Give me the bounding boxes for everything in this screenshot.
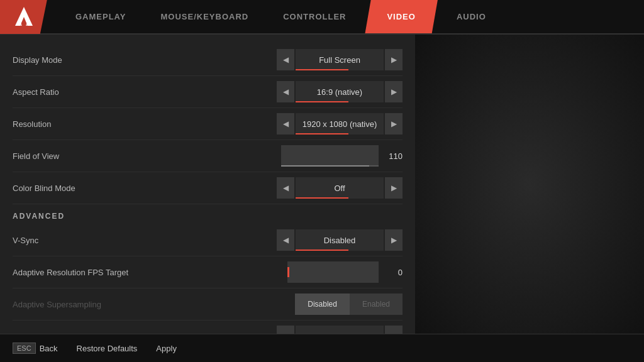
anti-aliasing-next[interactable]: ▶ [385, 326, 402, 334]
color-blind-value: Off [296, 177, 384, 199]
apex-logo-icon [11, 4, 36, 30]
back-label: Back [40, 344, 58, 353]
vsync-value: Disabled [296, 229, 384, 251]
back-button[interactable]: ESC Back [13, 343, 58, 354]
anti-aliasing-value: None [296, 326, 384, 334]
vsync-next[interactable]: ▶ [385, 229, 402, 251]
setting-display-mode: Display Mode ◀ Full Screen ▶ [13, 44, 402, 76]
adaptive-res-label: Adaptive Resolution FPS Target [13, 268, 277, 277]
setting-fov: Field of View 110 [13, 140, 402, 172]
apex-logo [0, 0, 47, 34]
aspect-ratio-next[interactable]: ▶ [385, 81, 402, 102]
adaptive-supersampling-disabled-btn[interactable]: Disabled [295, 293, 350, 315]
vsync-control: ◀ Disabled ▶ [277, 229, 402, 251]
color-blind-next[interactable]: ▶ [385, 177, 402, 199]
vsync-label: V-Sync [13, 236, 277, 245]
adaptive-res-value: 0 [384, 268, 402, 277]
adaptive-supersampling-label: Adaptive Supersampling [13, 300, 277, 309]
aspect-ratio-label: Aspect Ratio [13, 87, 277, 97]
fov-value: 110 [384, 151, 402, 161]
color-blind-control: ◀ Off ▶ [277, 177, 402, 199]
tab-controller[interactable]: CONTROLLER [267, 0, 362, 33]
display-mode-prev[interactable]: ◀ [277, 49, 294, 70]
resolution-prev[interactable]: ◀ [277, 113, 294, 134]
anti-aliasing-control: ◀ None ▶ [277, 326, 402, 334]
color-blind-arrow-control: ◀ Off ▶ [277, 177, 402, 199]
aspect-ratio-prev[interactable]: ◀ [277, 81, 294, 102]
settings-panel: Display Mode ◀ Full Screen ▶ Aspect Rati… [0, 35, 415, 334]
display-mode-label: Display Mode [13, 55, 277, 65]
esc-key: ESC [13, 343, 36, 354]
display-mode-next[interactable]: ▶ [385, 49, 402, 70]
aspect-ratio-control: ◀ 16:9 (native) ▶ [277, 81, 402, 102]
adaptive-supersampling-control: Disabled Enabled [277, 293, 402, 315]
vsync-prev[interactable]: ◀ [277, 229, 294, 251]
setting-aspect-ratio: Aspect Ratio ◀ 16:9 (native) ▶ [13, 76, 402, 108]
display-mode-arrow-control: ◀ Full Screen ▶ [277, 49, 402, 70]
setting-color-blind: Color Blind Mode ◀ Off ▶ [13, 172, 402, 204]
setting-adaptive-res: Adaptive Resolution FPS Target 0 [13, 256, 402, 288]
aspect-ratio-arrow-control: ◀ 16:9 (native) ▶ [277, 81, 402, 102]
fov-slider-track[interactable] [281, 145, 379, 167]
vsync-arrow-control: ◀ Disabled ▶ [277, 229, 402, 251]
main-content: Display Mode ◀ Full Screen ▶ Aspect Rati… [0, 35, 644, 334]
setting-resolution: Resolution ◀ 1920 x 1080 (native) ▶ [13, 108, 402, 140]
tab-audio[interactable]: AUDIO [441, 0, 502, 33]
header: GAMEPLAY MOUSE/KEYBOARD CONTROLLER VIDEO… [0, 0, 644, 35]
resolution-next[interactable]: ▶ [385, 113, 402, 134]
anti-aliasing-prev[interactable]: ◀ [277, 326, 294, 334]
adaptive-res-bar [287, 267, 289, 277]
fov-slider-control: 110 [277, 145, 402, 167]
setting-vsync: V-Sync ◀ Disabled ▶ [13, 224, 402, 256]
resolution-control: ◀ 1920 x 1080 (native) ▶ [277, 113, 402, 134]
display-mode-value: Full Screen [296, 49, 384, 70]
anti-aliasing-arrow-control: ◀ None ▶ [277, 326, 402, 334]
fov-label: Field of View [13, 151, 277, 161]
aspect-ratio-value: 16:9 (native) [296, 81, 384, 102]
resolution-arrow-control: ◀ 1920 x 1080 (native) ▶ [277, 113, 402, 134]
restore-defaults-label: Restore Defaults [77, 344, 138, 353]
color-blind-prev[interactable]: ◀ [277, 177, 294, 199]
tab-video[interactable]: VIDEO [365, 0, 437, 33]
resolution-label: Resolution [13, 119, 277, 129]
apply-label: Apply [156, 344, 177, 353]
anti-aliasing-label: Anti-aliasing [13, 332, 277, 334]
apply-button[interactable]: Apply [156, 344, 177, 353]
right-panel [415, 35, 644, 334]
nav-tabs: GAMEPLAY MOUSE/KEYBOARD CONTROLLER VIDEO… [60, 0, 502, 33]
adaptive-res-slider[interactable] [287, 261, 379, 283]
advanced-section-header: ADVANCED [13, 204, 402, 224]
display-mode-control: ◀ Full Screen ▶ [277, 49, 402, 70]
adaptive-res-control: 0 [277, 261, 402, 283]
setting-adaptive-supersampling: Adaptive Supersampling Disabled Enabled [13, 288, 402, 321]
bottom-bar: ESC Back Restore Defaults Apply [0, 334, 644, 362]
setting-anti-aliasing: Anti-aliasing ◀ None ▶ [13, 321, 402, 334]
color-blind-label: Color Blind Mode [13, 184, 277, 193]
adaptive-supersampling-enabled-btn[interactable]: Enabled [350, 293, 402, 315]
resolution-value: 1920 x 1080 (native) [296, 113, 384, 134]
restore-defaults-button[interactable]: Restore Defaults [77, 344, 138, 353]
tab-gameplay[interactable]: GAMEPLAY [60, 0, 142, 33]
tab-mouse-keyboard[interactable]: MOUSE/KEYBOARD [145, 0, 264, 33]
